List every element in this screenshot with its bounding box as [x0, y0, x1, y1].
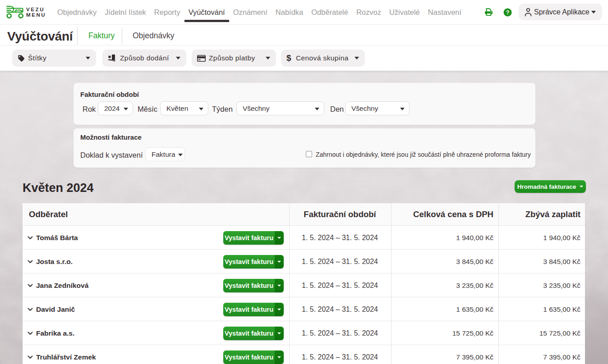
svg-text:?: ? — [506, 9, 510, 16]
